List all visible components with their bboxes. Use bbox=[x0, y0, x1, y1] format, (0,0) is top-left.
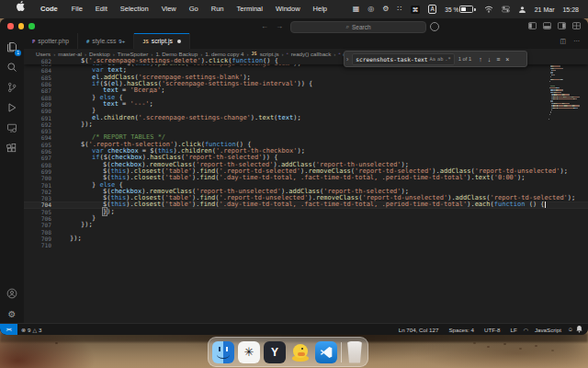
menu-window[interactable]: Window bbox=[269, 0, 307, 18]
back-icon[interactable]: ← bbox=[261, 22, 268, 30]
token: closest bbox=[134, 174, 162, 181]
dock-item-chatgpt[interactable]: ✳ bbox=[238, 341, 260, 363]
problems-indicator[interactable]: ⊗ 9 △ 3 bbox=[17, 327, 46, 333]
line-content: text = '---'; bbox=[70, 101, 153, 108]
apple-menu[interactable] bbox=[7, 0, 33, 18]
prettier-icon[interactable]: ◠ bbox=[524, 327, 528, 333]
menu-edit[interactable]: Edit bbox=[89, 0, 114, 18]
code-line-692[interactable]: 692}); bbox=[24, 121, 588, 128]
dots-icon[interactable]: ∷ bbox=[397, 0, 401, 18]
code-body[interactable]: 683var el = $(this).parents('.screenpage… bbox=[24, 64, 588, 248]
input-source-icon[interactable]: A bbox=[428, 5, 436, 14]
extensions-icon[interactable] bbox=[2, 138, 22, 158]
control-center-icon[interactable] bbox=[502, 6, 510, 13]
more-actions-icon[interactable]: ⋯ bbox=[573, 38, 580, 45]
toggle-panel-icon[interactable] bbox=[543, 22, 551, 29]
toggle-secondary-sidebar-icon[interactable] bbox=[558, 22, 566, 29]
token: }); bbox=[81, 221, 93, 228]
toggle-sidebar-icon[interactable] bbox=[528, 22, 537, 29]
remote-explorer-icon[interactable] bbox=[2, 118, 22, 138]
dock-item-finder[interactable] bbox=[212, 341, 234, 363]
grid-icon[interactable]: ▦ bbox=[353, 0, 360, 18]
code-line-709[interactable]: 709}); bbox=[24, 236, 588, 242]
toggle-replace-icon[interactable]: › bbox=[346, 56, 348, 63]
menu-run[interactable]: Run bbox=[205, 0, 231, 18]
dock-item-trash[interactable] bbox=[345, 341, 364, 363]
notifications-bell-icon[interactable] bbox=[576, 326, 582, 333]
token: ); bbox=[517, 174, 525, 181]
code-line-710[interactable]: 710 bbox=[24, 242, 588, 248]
find-next-icon[interactable]: ↓ bbox=[488, 56, 492, 63]
close-icon[interactable]: × bbox=[505, 56, 509, 63]
code-line-707[interactable]: 707}); bbox=[24, 222, 588, 228]
match-case-icon[interactable]: Aa bbox=[430, 56, 435, 62]
accounts-icon[interactable] bbox=[2, 283, 22, 304]
gear-icon[interactable]: ⚙ bbox=[382, 0, 389, 18]
tab-style-css[interactable]: #style.css9+ bbox=[78, 33, 134, 49]
explorer-icon[interactable]: 1 bbox=[2, 37, 22, 57]
breadcrumb-item[interactable]: 1. demo copy 4 bbox=[205, 51, 243, 57]
settings-gear-icon[interactable]: ⚙ bbox=[2, 304, 22, 324]
siri-icon[interactable]: ◎ bbox=[368, 0, 374, 18]
line-number: 685 bbox=[24, 75, 51, 81]
breadcrumb-item[interactable]: script.js bbox=[260, 51, 279, 57]
minimize-window-button[interactable] bbox=[18, 23, 25, 29]
menu-view[interactable]: View bbox=[155, 0, 183, 18]
line-number: 706 bbox=[24, 215, 51, 222]
battery-indicator[interactable]: 35 % bbox=[445, 6, 475, 13]
breadcrumb-item[interactable]: ready() callback bbox=[291, 51, 332, 57]
line-number: 689 bbox=[24, 101, 51, 108]
menu-code[interactable]: Code bbox=[34, 0, 64, 18]
find-in-selection-icon[interactable]: ≡ bbox=[496, 56, 500, 63]
encoding[interactable]: UTF-8 bbox=[481, 327, 504, 333]
indentation[interactable]: Spaces: 4 bbox=[445, 327, 478, 333]
tab-spotter-php[interactable]: Pspotter.php bbox=[24, 33, 78, 49]
user-icon[interactable] bbox=[518, 6, 526, 14]
dock-item-y-browser[interactable]: Y bbox=[264, 341, 286, 363]
breadcrumb-item[interactable]: 1. Demo Backup bbox=[155, 51, 198, 57]
feedback-icon[interactable]: ☺ bbox=[568, 327, 573, 332]
command-center-search[interactable]: ⌕ Search bbox=[290, 21, 426, 33]
copilot-icon[interactable] bbox=[430, 22, 439, 31]
language-mode[interactable]: JavaScript bbox=[531, 327, 565, 333]
code-line-708[interactable]: 708 bbox=[24, 229, 588, 236]
code-line-689[interactable]: 689text = '---'; bbox=[24, 101, 588, 108]
breadcrumb-item[interactable]: Users bbox=[36, 51, 51, 57]
tab-script-js[interactable]: JSscript.js bbox=[134, 33, 190, 49]
search-view-icon[interactable] bbox=[2, 57, 22, 77]
run-debug-icon[interactable] bbox=[2, 98, 22, 118]
forward-icon[interactable]: → bbox=[276, 22, 283, 30]
code-editor[interactable]: 682$('.screenpage-settings-delete').clic… bbox=[24, 58, 588, 324]
menubar-date[interactable]: 21 Mar bbox=[535, 6, 555, 13]
source-control-icon[interactable] bbox=[2, 77, 22, 98]
code-line-706[interactable]: 706} bbox=[24, 215, 588, 222]
breadcrumb-item[interactable]: Desktop bbox=[89, 51, 110, 57]
eol-sequence[interactable]: LF bbox=[506, 327, 520, 333]
find-input[interactable]: screenshots-task-text Aaab.* bbox=[352, 53, 454, 65]
remote-indicator[interactable]: >< bbox=[0, 324, 17, 335]
split-editor-icon[interactable]: ◫ bbox=[560, 38, 566, 45]
menu-file[interactable]: File bbox=[65, 0, 89, 18]
breadcrumb-item[interactable]: master-al bbox=[58, 51, 82, 57]
command-box-icon[interactable]: ⌘ bbox=[411, 6, 421, 14]
line-content: $('.screenpage-settings-delete').click(f… bbox=[70, 58, 278, 64]
menu-help[interactable]: Help bbox=[307, 0, 334, 18]
zoom-window-button[interactable] bbox=[28, 23, 35, 29]
whole-word-icon[interactable]: ab bbox=[437, 56, 443, 62]
cursor-position[interactable]: Ln 704, Col 127 bbox=[395, 327, 443, 333]
dock-item-vscode[interactable] bbox=[315, 341, 337, 363]
regex-icon[interactable]: .* bbox=[445, 56, 450, 62]
menu-terminal[interactable]: Terminal bbox=[231, 0, 269, 18]
customize-layout-icon[interactable] bbox=[572, 22, 581, 29]
sand-marks bbox=[55, 342, 58, 344]
code-line-705[interactable]: 705}); bbox=[24, 209, 588, 215]
code-line-691[interactable]: 691el.children('.screenpage-settings-cha… bbox=[24, 115, 588, 121]
breadcrumb-item[interactable]: TimeSpotter bbox=[118, 51, 148, 57]
close-window-button[interactable] bbox=[7, 23, 14, 29]
menu-go[interactable]: Go bbox=[183, 0, 205, 18]
dock-item-duck[interactable] bbox=[289, 341, 311, 363]
menubar-time[interactable]: 15:28 bbox=[562, 6, 579, 13]
wifi-icon[interactable] bbox=[484, 6, 493, 13]
menu-selection[interactable]: Selection bbox=[114, 0, 155, 18]
find-previous-icon[interactable]: ↑ bbox=[479, 56, 482, 63]
